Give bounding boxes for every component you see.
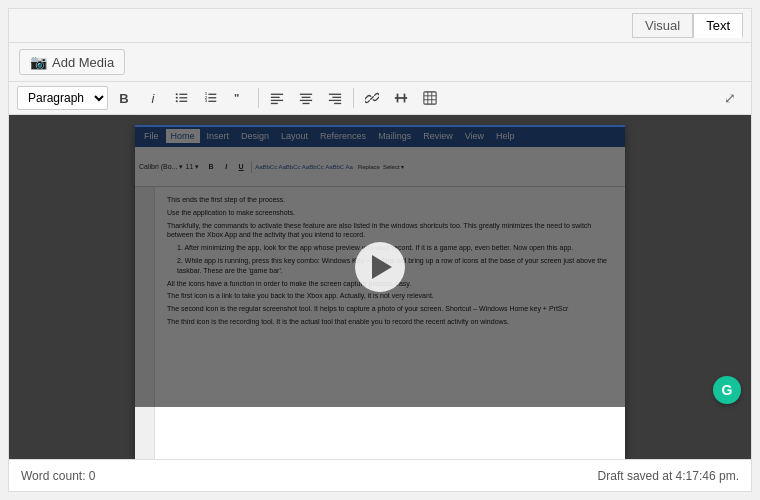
- view-toggle: Visual Text: [9, 9, 751, 43]
- tab-visual[interactable]: Visual: [632, 13, 693, 38]
- play-button[interactable]: [355, 242, 405, 292]
- svg-rect-8: [208, 101, 216, 102]
- align-left-button[interactable]: [264, 86, 290, 110]
- editor-container: Visual Text 📷 Add Media Paragraph B i 12…: [8, 8, 752, 492]
- table-button[interactable]: [417, 86, 443, 110]
- camera-icon: 📷: [30, 54, 47, 70]
- svg-rect-0: [179, 94, 187, 95]
- add-media-label: Add Media: [52, 55, 114, 70]
- draft-saved-label: Draft saved at 4:17:46 pm.: [598, 469, 739, 483]
- svg-point-3: [176, 93, 178, 95]
- editor-content: File Home Insert Design Layout Reference…: [9, 115, 751, 459]
- svg-rect-6: [208, 94, 216, 95]
- svg-rect-16: [271, 103, 278, 104]
- svg-rect-23: [329, 100, 341, 101]
- svg-rect-15: [271, 100, 283, 101]
- blockquote-button[interactable]: ": [227, 86, 253, 110]
- svg-rect-28: [424, 92, 436, 104]
- svg-point-4: [176, 97, 178, 99]
- svg-rect-19: [300, 100, 312, 101]
- bold-button[interactable]: B: [111, 86, 137, 110]
- svg-rect-17: [300, 94, 312, 95]
- horizontal-rule-button[interactable]: [388, 86, 414, 110]
- bottom-status-bar: Word count: 0 Draft saved at 4:17:46 pm.: [9, 459, 751, 491]
- align-center-button[interactable]: [293, 86, 319, 110]
- svg-rect-7: [208, 97, 216, 98]
- svg-rect-18: [302, 97, 311, 98]
- svg-rect-14: [271, 97, 280, 98]
- add-media-button[interactable]: 📷 Add Media: [19, 49, 125, 75]
- play-triangle-icon: [372, 255, 392, 279]
- svg-rect-21: [329, 94, 341, 95]
- toolbar-separator-1: [258, 88, 259, 108]
- format-toolbar: Paragraph B i 123 " ⤢: [9, 82, 751, 115]
- svg-point-5: [176, 100, 178, 102]
- svg-rect-22: [332, 97, 341, 98]
- svg-rect-27: [404, 94, 406, 103]
- svg-text:": ": [234, 92, 239, 104]
- svg-rect-24: [334, 103, 341, 104]
- grammarly-label: G: [722, 382, 733, 398]
- ordered-list-button[interactable]: 123: [198, 86, 224, 110]
- media-row: 📷 Add Media: [9, 43, 751, 82]
- link-button[interactable]: [359, 86, 385, 110]
- italic-button[interactable]: i: [140, 86, 166, 110]
- video-overlay[interactable]: [135, 127, 625, 407]
- unordered-list-button[interactable]: [169, 86, 195, 110]
- align-right-button[interactable]: [322, 86, 348, 110]
- toolbar-separator-2: [353, 88, 354, 108]
- tab-text[interactable]: Text: [693, 13, 743, 38]
- svg-rect-26: [397, 94, 399, 103]
- paragraph-select[interactable]: Paragraph: [17, 86, 108, 110]
- word-count-label: Word count: 0: [21, 469, 95, 483]
- svg-text:3: 3: [205, 99, 207, 103]
- fullscreen-button[interactable]: ⤢: [717, 86, 743, 110]
- svg-rect-20: [303, 103, 310, 104]
- svg-rect-13: [271, 94, 283, 95]
- svg-rect-2: [179, 101, 187, 102]
- grammarly-icon[interactable]: G: [713, 376, 741, 404]
- svg-rect-1: [179, 97, 187, 98]
